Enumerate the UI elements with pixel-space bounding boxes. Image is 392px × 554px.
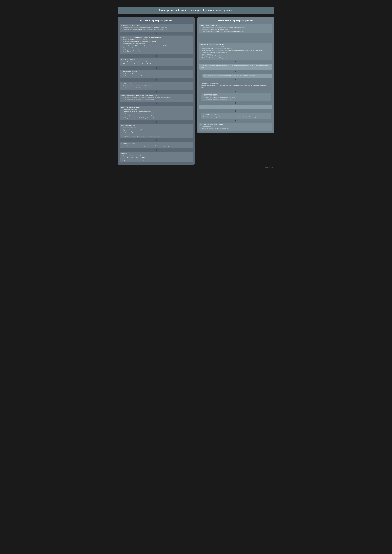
list-item: Prepare and collate your bid including p… <box>202 51 271 53</box>
supplier-spacer-1 <box>199 34 272 36</box>
supplier-get-feedback-title: GET FEEDBACK ON YOUR TENDER <box>201 124 271 125</box>
list-item: Finalise procurement plan/business case <box>123 43 191 45</box>
buyer-negotiate-body: Prepare negotiation plan Negotiate with … <box>121 127 191 137</box>
buyer-forecast-title: FORECAST THE OPPORTUNITY <box>121 25 191 26</box>
supplier-search-title: SEARCH FOR OPPORTUNITIES <box>201 25 271 26</box>
supplier-shortlist-body: The buyer advises that you have been sho… <box>201 85 271 89</box>
list-item: Review your approach against the Princip… <box>123 41 191 43</box>
list-item: Organise and maintain records of the pro… <box>123 159 191 161</box>
supplier-shortlist-title: YOU MAKE THE SHORT LIST <box>201 83 271 84</box>
list-item: Work with the successful supplier to pre… <box>123 145 191 147</box>
buyer-planning-title: COMPLETE THE PLANNING & GET READY TO GO … <box>121 37 191 38</box>
list-item: Establish your negotiating team and plan… <box>204 96 270 98</box>
supplier-negotiate-section: NEGOTIATE THE DEAL Establish your negoti… <box>201 93 271 101</box>
list-item: Publish the forecast contract opportunit… <box>123 27 191 28</box>
supplier-plan-delivery-title: PLAN THE DELIVERY <box>203 114 270 116</box>
supplier-arrow-1: ▼ <box>199 60 272 63</box>
supplier-spacer-4 <box>199 41 272 43</box>
list-item: Offer debriefs to all suppliers and prov… <box>123 155 191 157</box>
buyer-negotiate-section: NEGOTIATE THE DEAL Prepare negotiation p… <box>120 124 193 138</box>
buyer-clarification-title: CLARIFICATION PERIOD <box>121 71 191 72</box>
list-item: Deadline for suppliers' questions <box>123 73 191 75</box>
buyer-assess-title: ASSESS MANDATORY / PRE-CONDITIONS (if ap… <box>121 95 191 96</box>
arrow-1: ▼ <box>120 32 193 35</box>
callout-mandatory-text: Where there are mandatory conditions: th… <box>201 65 269 68</box>
arrow-6: ▼ <box>120 103 193 105</box>
list-item: If successful, you will be invited to si… <box>204 98 270 100</box>
list-item: The buyer will confirm safe receipt of y… <box>202 57 271 59</box>
list-item: Submit your bid before closing date <box>202 55 271 57</box>
supplier-spacer-2 <box>199 36 272 38</box>
page-wrapper: Tender process flowchart – example of ty… <box>118 7 274 168</box>
buyer-assess-section: ASSESS MANDATORY / PRE-CONDITIONS (if ap… <box>120 94 193 102</box>
supplier-spacer-3 <box>199 38 272 41</box>
buyer-wrap-up-body: Offer debriefs to all suppliers and prov… <box>121 155 191 161</box>
supplier-shortlist-section: YOU MAKE THE SHORT LIST The buyer advise… <box>199 82 272 90</box>
supplier-arrow-2: ▼ <box>199 70 272 73</box>
buyer-advertise-title: ADVERTISE ON GETS <box>121 59 191 60</box>
list-item: Award contract <box>123 133 191 135</box>
list-item: Make sure this is not less than the Mini… <box>123 63 191 65</box>
supplier-search-section: SEARCH FOR OPPORTUNITIES Register with G… <box>199 24 272 33</box>
list-item: Where there are mandatory / pre-conditio… <box>123 97 191 99</box>
supplier-plan-delivery-section: PLAN THE DELIVERY Work with the buyer to… <box>201 113 271 119</box>
supplier-search-body: Register with GETS to get sent notificat… <box>201 27 271 32</box>
buyer-planning-section: COMPLETE THE PLANNING & GET READY TO GO … <box>120 35 193 54</box>
list-item: Email each supplier to acknowledge their… <box>123 87 191 89</box>
supplier-prepare-section: PREPARE YOUR TENDER AND SUBMIT Download … <box>199 43 272 60</box>
arrow-9: ▼ <box>120 149 193 151</box>
buyer-clarification-section: CLARIFICATION PERIOD Deadline for suppli… <box>120 70 193 78</box>
list-item: Provide the buyer with feedback on their… <box>202 128 271 129</box>
footer: MBIE | May 2014 <box>118 167 274 168</box>
list-item: Seek clarification from the buyer if any… <box>202 49 271 51</box>
list-item: Advise suppliers whether or not they hav… <box>123 115 191 117</box>
list-item: Prepare negotiation plan <box>123 127 191 129</box>
buyer-negotiate-title: NEGOTIATE THE DEAL <box>121 125 191 126</box>
list-item: Note key dates and list information you … <box>202 48 271 49</box>
arrow-8: ▼ <box>120 139 193 141</box>
list-item: If applicable, submit to MBIE for review… <box>123 45 191 47</box>
supplier-prepare-title: PREPARE YOUR TENDER AND SUBMIT <box>201 44 271 45</box>
buyer-forecast-section: FORECAST THE OPPORTUNITY Publish the for… <box>120 24 193 32</box>
arrow-4: ▼ <box>120 79 193 81</box>
buyer-closing-body: Open responses and record and witness th… <box>121 85 191 89</box>
list-item: Complete due diligence <box>123 131 191 133</box>
arrow-2: ▼ <box>120 55 193 57</box>
list-item: Convene evaluation panel <box>123 109 191 111</box>
list-item: Check agencies' Annual Procurement Plans… <box>202 30 271 32</box>
supplier-plan-delivery-body: Work with the buyer to agree the contrac… <box>203 116 270 118</box>
supplier-negotiations-complete-callout: Negotiations complete. The buyer advises… <box>199 105 272 109</box>
buyer-advertise-section: ADVERTISE ON GETS Allow sufficient time … <box>120 58 193 66</box>
supplier-not-shortlisted-callout: The buyer advises that you have not been… <box>203 74 272 78</box>
supplier-mandatory-callout: Where there are mandatory conditions: th… <box>199 64 272 69</box>
buyer-planning-body: Develop the requirements, criteria & wei… <box>121 39 191 53</box>
list-item: Finalise RFx document & supplier respons… <box>123 51 191 53</box>
supplier-get-feedback-body: Obtain a debrief Provide the buyer with … <box>201 126 271 129</box>
list-item: Score qualifying responses against weigh… <box>123 111 191 113</box>
arrow-5: ▼ <box>120 90 193 93</box>
supplier-prepare-body: Download tender information from GETS No… <box>201 46 271 59</box>
list-item: Download tender information from GETS <box>202 46 271 48</box>
list-item: Open responses and record and witness th… <box>123 85 191 87</box>
callout-not-shortlisted-text: The buyer advises that you have not been… <box>204 75 256 76</box>
supplier-header: SUPPLIER'S key steps in process <box>199 19 272 22</box>
list-item: Obtain approval to go to market <box>123 49 191 51</box>
supplier-arrow-7: ▼ <box>199 119 272 122</box>
buyer-evaluate-body: Convene evaluation panel Score qualifyin… <box>121 109 191 119</box>
list-item: Allow sufficient time for suppliers to r… <box>123 61 191 63</box>
supplier-arrow-6: ▼ <box>199 110 272 112</box>
buyer-header: BUYER'S key steps in process <box>120 19 193 22</box>
list-item: Develop the requirements, criteria & wei… <box>123 39 191 41</box>
supplier-negotiate-body: Establish your negotiating team and plan… <box>203 96 270 100</box>
list-item: Deadline for buyer to answer suppliers' … <box>123 75 191 77</box>
main-columns: BUYER'S key steps in process FORECAST TH… <box>118 17 274 165</box>
buyer-forecast-body: Publish the forecast contract opportunit… <box>121 27 191 31</box>
list-item: Register with GETS to get sent notificat… <box>202 27 271 28</box>
buyer-clarification-body: Deadline for suppliers' questions Deadli… <box>121 73 191 77</box>
supplier-arrow-4: ▼ <box>199 90 272 93</box>
list-item: Obtain a debrief <box>202 126 271 128</box>
buyer-closing-title: CLOSING DATE <box>121 83 191 84</box>
list-item: Short list based on best value-for-money… <box>123 113 191 115</box>
buyer-evaluate-section: EVALUATE THE RESPONSES Convene evaluatio… <box>120 106 193 120</box>
list-item: Advise suppliers whose responses have be… <box>123 99 191 101</box>
